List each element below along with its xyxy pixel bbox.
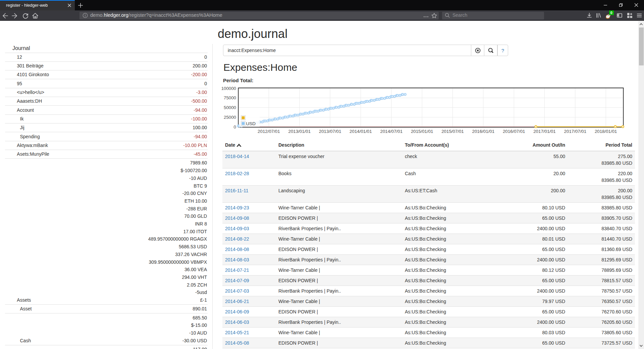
- svg-text:2017/01/01: 2017/01/01: [533, 129, 556, 134]
- svg-text:2015/07/01: 2015/07/01: [441, 129, 464, 134]
- svg-text:2017/07/01: 2017/07/01: [564, 129, 587, 134]
- svg-text:2013/07/01: 2013/07/01: [319, 129, 341, 134]
- svg-text:0: 0: [234, 124, 236, 130]
- svg-text:25000: 25000: [224, 115, 236, 120]
- svg-text:2018/01/01: 2018/01/01: [595, 129, 617, 134]
- svg-text:2016/07/01: 2016/07/01: [503, 129, 525, 134]
- svg-text:2014/07/01: 2014/07/01: [380, 129, 403, 134]
- svg-text:2015/01/01: 2015/01/01: [411, 129, 433, 134]
- svg-text:2016/01/01: 2016/01/01: [472, 129, 495, 134]
- svg-text:50000: 50000: [224, 105, 236, 110]
- svg-text:100000: 100000: [221, 86, 236, 91]
- svg-text:USD: USD: [246, 121, 256, 126]
- svg-text:2014/01/01: 2014/01/01: [350, 129, 372, 134]
- svg-text:2013/01/01: 2013/01/01: [288, 129, 311, 134]
- svg-text:2012/07/01: 2012/07/01: [258, 129, 280, 134]
- svg-text:75000: 75000: [224, 95, 236, 100]
